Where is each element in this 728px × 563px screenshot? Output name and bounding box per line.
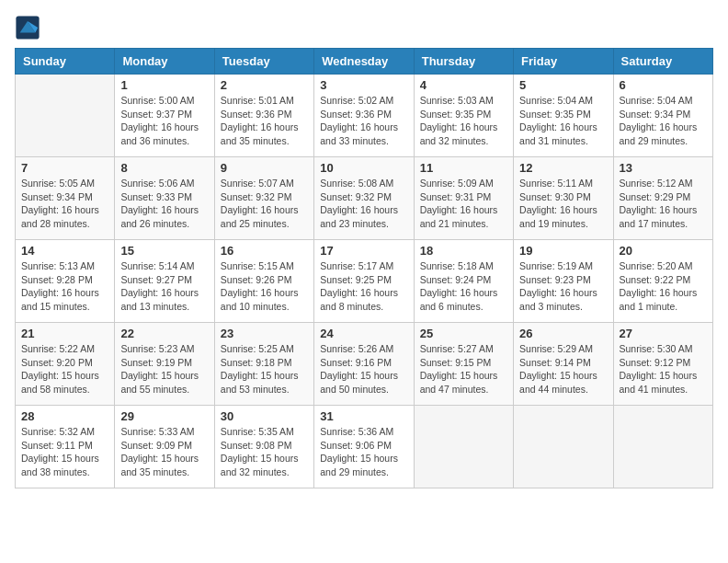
calendar-cell: 27Sunrise: 5:30 AM Sunset: 9:12 PM Dayli… — [613, 323, 712, 406]
calendar-cell: 19Sunrise: 5:19 AM Sunset: 9:23 PM Dayli… — [514, 240, 613, 323]
calendar-cell: 31Sunrise: 5:36 AM Sunset: 9:06 PM Dayli… — [314, 406, 414, 488]
day-info: Sunrise: 5:20 AM Sunset: 9:22 PM Dayligh… — [620, 259, 707, 314]
calendar-cell: 10Sunrise: 5:08 AM Sunset: 9:32 PM Dayli… — [314, 157, 414, 240]
calendar-cell: 29Sunrise: 5:33 AM Sunset: 9:09 PM Dayli… — [115, 406, 214, 488]
day-info: Sunrise: 5:04 AM Sunset: 9:34 PM Dayligh… — [620, 94, 707, 148]
day-info: Sunrise: 5:04 AM Sunset: 9:35 PM Dayligh… — [519, 94, 607, 148]
calendar-cell — [414, 406, 513, 488]
calendar-cell — [16, 75, 115, 157]
day-info: Sunrise: 5:32 AM Sunset: 9:11 PM Dayligh… — [21, 425, 108, 479]
day-number: 2 — [221, 78, 308, 92]
calendar-cell: 21Sunrise: 5:22 AM Sunset: 9:20 PM Dayli… — [16, 323, 115, 406]
day-info: Sunrise: 5:11 AM Sunset: 9:30 PM Dayligh… — [519, 177, 607, 231]
calendar-cell: 23Sunrise: 5:25 AM Sunset: 9:18 PM Dayli… — [214, 323, 313, 406]
day-info: Sunrise: 5:23 AM Sunset: 9:19 PM Dayligh… — [120, 342, 208, 396]
calendar-cell: 11Sunrise: 5:09 AM Sunset: 9:31 PM Dayli… — [414, 157, 513, 240]
day-number: 8 — [120, 161, 208, 175]
day-info: Sunrise: 5:12 AM Sunset: 9:29 PM Dayligh… — [620, 177, 707, 231]
calendar-cell: 24Sunrise: 5:26 AM Sunset: 9:16 PM Dayli… — [314, 323, 414, 406]
day-number: 25 — [420, 327, 507, 340]
day-number: 26 — [519, 327, 607, 340]
calendar-cell: 5Sunrise: 5:04 AM Sunset: 9:35 PM Daylig… — [514, 75, 613, 157]
weekday-header-saturday: Saturday — [613, 49, 712, 75]
day-number: 10 — [320, 161, 407, 175]
calendar-cell: 7Sunrise: 5:05 AM Sunset: 9:34 PM Daylig… — [16, 157, 115, 240]
day-number: 19 — [519, 244, 607, 258]
day-info: Sunrise: 5:15 AM Sunset: 9:26 PM Dayligh… — [221, 259, 308, 314]
weekday-header-tuesday: Tuesday — [214, 49, 313, 75]
day-info: Sunrise: 5:05 AM Sunset: 9:34 PM Dayligh… — [21, 177, 108, 231]
calendar-cell: 17Sunrise: 5:17 AM Sunset: 9:25 PM Dayli… — [314, 240, 414, 323]
calendar-cell: 20Sunrise: 5:20 AM Sunset: 9:22 PM Dayli… — [613, 240, 712, 323]
day-number: 24 — [320, 327, 407, 340]
day-info: Sunrise: 5:17 AM Sunset: 9:25 PM Dayligh… — [320, 259, 407, 314]
day-info: Sunrise: 5:14 AM Sunset: 9:27 PM Dayligh… — [120, 259, 208, 314]
calendar-cell: 1Sunrise: 5:00 AM Sunset: 9:37 PM Daylig… — [115, 75, 214, 157]
day-number: 30 — [221, 409, 308, 423]
day-info: Sunrise: 5:19 AM Sunset: 9:23 PM Dayligh… — [519, 259, 607, 314]
day-number: 13 — [620, 161, 707, 175]
calendar-week-1: 1Sunrise: 5:00 AM Sunset: 9:37 PM Daylig… — [16, 75, 713, 157]
day-number: 1 — [120, 78, 208, 92]
day-number: 23 — [221, 327, 308, 340]
calendar-cell: 28Sunrise: 5:32 AM Sunset: 9:11 PM Dayli… — [16, 406, 115, 488]
day-info: Sunrise: 5:25 AM Sunset: 9:18 PM Dayligh… — [221, 342, 308, 396]
page-header — [15, 15, 713, 40]
day-info: Sunrise: 5:29 AM Sunset: 9:14 PM Dayligh… — [519, 342, 607, 396]
day-info: Sunrise: 5:07 AM Sunset: 9:32 PM Dayligh… — [221, 177, 308, 231]
calendar-cell — [613, 406, 712, 488]
day-info: Sunrise: 5:30 AM Sunset: 9:12 PM Dayligh… — [620, 342, 707, 396]
calendar-week-2: 7Sunrise: 5:05 AM Sunset: 9:34 PM Daylig… — [16, 157, 713, 240]
day-info: Sunrise: 5:26 AM Sunset: 9:16 PM Dayligh… — [320, 342, 407, 396]
calendar-cell: 6Sunrise: 5:04 AM Sunset: 9:34 PM Daylig… — [613, 75, 712, 157]
day-number: 15 — [120, 244, 208, 258]
day-number: 22 — [120, 327, 208, 340]
day-info: Sunrise: 5:00 AM Sunset: 9:37 PM Dayligh… — [120, 94, 208, 148]
day-number: 4 — [420, 78, 507, 92]
weekday-header-wednesday: Wednesday — [314, 49, 414, 75]
day-number: 6 — [620, 78, 707, 92]
day-number: 21 — [21, 327, 108, 340]
day-info: Sunrise: 5:22 AM Sunset: 9:20 PM Dayligh… — [21, 342, 108, 396]
calendar-week-4: 21Sunrise: 5:22 AM Sunset: 9:20 PM Dayli… — [16, 323, 713, 406]
calendar-cell: 12Sunrise: 5:11 AM Sunset: 9:30 PM Dayli… — [514, 157, 613, 240]
calendar-table: SundayMondayTuesdayWednesdayThursdayFrid… — [15, 48, 713, 488]
calendar-cell: 4Sunrise: 5:03 AM Sunset: 9:35 PM Daylig… — [414, 75, 513, 157]
day-number: 17 — [320, 244, 407, 258]
day-info: Sunrise: 5:06 AM Sunset: 9:33 PM Dayligh… — [120, 177, 208, 231]
calendar-cell: 30Sunrise: 5:35 AM Sunset: 9:08 PM Dayli… — [214, 406, 313, 488]
day-info: Sunrise: 5:27 AM Sunset: 9:15 PM Dayligh… — [420, 342, 507, 396]
calendar-cell: 15Sunrise: 5:14 AM Sunset: 9:27 PM Dayli… — [115, 240, 214, 323]
weekday-header-thursday: Thursday — [414, 49, 513, 75]
day-number: 28 — [21, 409, 108, 423]
calendar-cell — [514, 406, 613, 488]
day-info: Sunrise: 5:35 AM Sunset: 9:08 PM Dayligh… — [221, 425, 308, 479]
day-info: Sunrise: 5:02 AM Sunset: 9:36 PM Dayligh… — [320, 94, 407, 148]
day-info: Sunrise: 5:01 AM Sunset: 9:36 PM Dayligh… — [221, 94, 308, 148]
day-number: 27 — [620, 327, 707, 340]
day-number: 31 — [320, 409, 407, 423]
calendar-body: 1Sunrise: 5:00 AM Sunset: 9:37 PM Daylig… — [16, 75, 713, 488]
day-info: Sunrise: 5:08 AM Sunset: 9:32 PM Dayligh… — [320, 177, 407, 231]
weekday-header-sunday: Sunday — [16, 49, 115, 75]
day-number: 5 — [519, 78, 607, 92]
calendar-week-5: 28Sunrise: 5:32 AM Sunset: 9:11 PM Dayli… — [16, 406, 713, 488]
calendar-cell: 18Sunrise: 5:18 AM Sunset: 9:24 PM Dayli… — [414, 240, 513, 323]
day-number: 20 — [620, 244, 707, 258]
day-number: 3 — [320, 78, 407, 92]
calendar-cell: 13Sunrise: 5:12 AM Sunset: 9:29 PM Dayli… — [613, 157, 712, 240]
day-number: 29 — [120, 409, 208, 423]
calendar-cell: 2Sunrise: 5:01 AM Sunset: 9:36 PM Daylig… — [214, 75, 313, 157]
calendar-cell: 26Sunrise: 5:29 AM Sunset: 9:14 PM Dayli… — [514, 323, 613, 406]
day-number: 16 — [221, 244, 308, 258]
day-info: Sunrise: 5:36 AM Sunset: 9:06 PM Dayligh… — [320, 425, 407, 479]
calendar-cell: 14Sunrise: 5:13 AM Sunset: 9:28 PM Dayli… — [16, 240, 115, 323]
logo-icon — [15, 15, 40, 40]
day-number: 9 — [221, 161, 308, 175]
calendar-cell: 25Sunrise: 5:27 AM Sunset: 9:15 PM Dayli… — [414, 323, 513, 406]
day-number: 12 — [519, 161, 607, 175]
calendar-week-3: 14Sunrise: 5:13 AM Sunset: 9:28 PM Dayli… — [16, 240, 713, 323]
calendar-cell: 22Sunrise: 5:23 AM Sunset: 9:19 PM Dayli… — [115, 323, 214, 406]
day-info: Sunrise: 5:03 AM Sunset: 9:35 PM Dayligh… — [420, 94, 507, 148]
day-number: 7 — [21, 161, 108, 175]
